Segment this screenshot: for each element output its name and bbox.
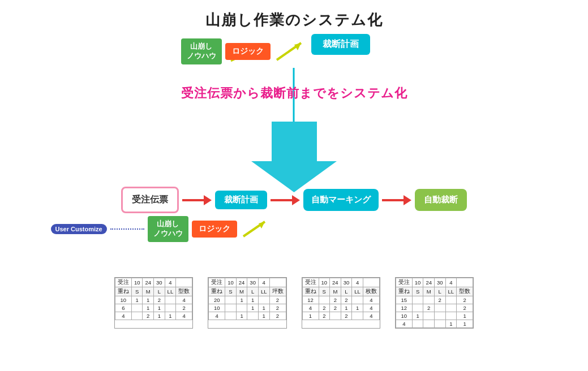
box-plan-top: 裁断計画 [311, 34, 370, 55]
table-row: 1522 [396, 296, 473, 304]
table-row: 1224 [302, 312, 379, 320]
box-logic-top: ロジック [225, 43, 271, 60]
page-container: 山崩し作業のシステム化 山崩しノウハウ ロジック 裁断計画 受注伝票から裁断前ま… [0, 0, 588, 371]
bottom-flow-row: 受注伝票 裁断計画 自動マーキング 自動裁断 [0, 187, 588, 213]
red-arrow-3 [382, 195, 411, 205]
table-row: 4112 [209, 312, 286, 320]
table-row: 101124 [115, 296, 192, 304]
box-auto-marking: 自動マーキング [303, 189, 379, 211]
box-logic-bottom: ロジック [192, 221, 237, 238]
box-plan-top-label: 裁断計画 [311, 34, 370, 55]
table-row: 42114 [115, 312, 192, 320]
table-4-header: 受注1024304 [396, 278, 473, 287]
user-customize-label: User Customize [51, 224, 107, 234]
tables-section: 受注1024304 重ねSMLLL型数 101124 6112 42114 受注… [0, 277, 588, 329]
table-row: 10112 [209, 304, 286, 312]
table-row: 1222 [396, 304, 473, 312]
table-3: 受注1024304 重ねSMLLL枚数 12224 422114 1224 [302, 277, 380, 329]
table-4-subheader: 重ねSMLLL型数 [396, 287, 473, 296]
table-2: 受注1024304 重ねSMLLL坪数 20112 10112 4112 [208, 277, 286, 329]
table-2-subheader: 重ねSMLLL坪数 [209, 287, 286, 296]
diagonal-arrow-top [274, 40, 305, 63]
table-row: 422114 [302, 304, 379, 312]
table-row: 6112 [115, 304, 192, 312]
table-1-header: 受注1024304 [115, 278, 192, 287]
arrow-body-3 [382, 199, 404, 201]
svg-marker-2 [251, 122, 337, 192]
table-3-subheader: 重ねSMLLL枚数 [302, 287, 379, 296]
red-arrow-1 [182, 195, 212, 205]
box-juchu: 受注伝票 [121, 187, 179, 213]
table-row: 411 [396, 320, 473, 328]
table-1-subheader: 重ねSMLLL型数 [115, 287, 192, 296]
arrow-body-1 [182, 199, 204, 201]
table-3-header: 受注1024304 [302, 278, 379, 287]
table-4: 受注1024304 重ねSMLLL型数 1522 1222 1011 411 [395, 277, 474, 329]
box-plan-bottom: 裁断計画 [215, 191, 267, 209]
arrow-head-3 [404, 195, 411, 205]
table-row: 20112 [209, 296, 286, 304]
bottom-sub-row: User Customize 山崩しノウハウ ロジック [51, 216, 269, 242]
table-row: 12224 [302, 296, 379, 304]
arrow-body-2 [271, 199, 292, 201]
top-knowhow-flow: 山崩しノウハウ ロジック [181, 38, 305, 64]
box-knowhow-bottom: 山崩しノウハウ [148, 216, 188, 242]
page-title: 山崩し作業のシステム化 [0, 0, 588, 30]
subtitle-container: 受注伝票から裁断前までをシステム化 [181, 85, 407, 102]
subtitle-text: 受注伝票から裁断前までをシステム化 [181, 85, 407, 102]
box-knowhow-top: 山崩しノウハウ [181, 38, 222, 64]
table-row: 1011 [396, 312, 473, 320]
diagonal-arrow-bottom [241, 219, 269, 239]
box-auto-cutting: 自動裁断 [415, 189, 467, 211]
arrow-head-2 [292, 195, 300, 205]
table-2-header: 受注1024304 [209, 278, 286, 287]
table-1: 受注1024304 重ねSMLLL型数 101124 6112 42114 [114, 277, 193, 329]
dotted-connector [110, 228, 144, 230]
red-arrow-2 [271, 195, 300, 205]
arrow-head-1 [204, 195, 212, 205]
